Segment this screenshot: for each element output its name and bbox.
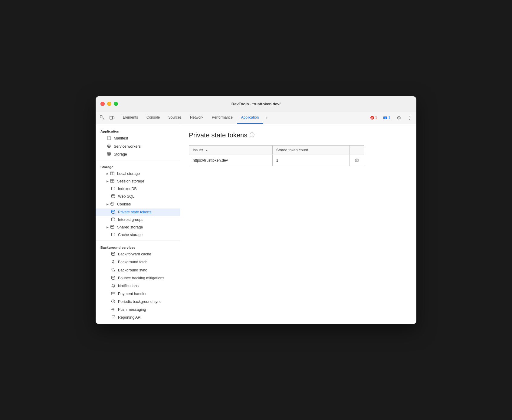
service-workers-icon xyxy=(107,144,111,149)
expand-cookies-icon: ▶ xyxy=(107,203,109,206)
title-bar: × − + DevTools - trusttoken.dev/ xyxy=(96,96,416,112)
cookies-label: Cookies xyxy=(117,202,131,206)
sidebar-item-background-fetch[interactable]: Background fetch xyxy=(96,258,180,266)
sidebar-item-session-storage[interactable]: ▶ Session storage xyxy=(96,178,180,185)
sidebar-item-interest-groups[interactable]: Interest groups xyxy=(96,216,180,224)
sidebar-item-periodic-background-sync[interactable]: Periodic background sync xyxy=(96,298,180,306)
svg-point-29 xyxy=(112,233,115,234)
svg-point-21 xyxy=(112,194,115,195)
column-issuer-label: Issuer xyxy=(193,148,203,152)
divider-2 xyxy=(96,241,180,241)
svg-point-24 xyxy=(113,203,113,204)
backforward-cache-icon xyxy=(111,252,116,257)
tab-sources[interactable]: Sources xyxy=(164,112,186,124)
backforward-cache-label: Back/forward cache xyxy=(118,252,151,256)
column-token-count-label: Stored token count xyxy=(276,148,308,152)
push-messaging-icon xyxy=(111,307,116,312)
session-storage-icon xyxy=(110,179,115,184)
column-header-actions xyxy=(350,145,364,155)
interest-groups-label: Interest groups xyxy=(118,218,143,222)
tab-elements[interactable]: Elements xyxy=(119,112,142,124)
sidebar-section-background: Background services xyxy=(96,243,180,251)
bounce-tracking-label: Bounce tracking mitigations xyxy=(118,276,164,280)
session-storage-label: Session storage xyxy=(117,179,144,183)
more-tabs-button[interactable]: » xyxy=(263,112,270,124)
sidebar-item-background-sync[interactable]: Background sync xyxy=(96,266,180,274)
maximize-button[interactable]: + xyxy=(114,102,118,106)
delete-cell xyxy=(350,155,364,166)
sidebar-item-service-workers[interactable]: Service workers xyxy=(96,143,180,151)
storage-app-label: Storage xyxy=(114,152,127,156)
svg-rect-2 xyxy=(113,117,114,119)
sidebar-section-application: Application xyxy=(96,126,180,134)
private-state-tokens-icon xyxy=(111,210,116,215)
table-row: https://trusttoken.dev 1 xyxy=(189,155,364,166)
notifications-label: Notifications xyxy=(118,284,139,288)
tab-bar-right: ✕ 1 ≡ 1 ⚙ ⋮ xyxy=(368,113,414,122)
error-count: 1 xyxy=(375,116,377,120)
sidebar-item-websql[interactable]: Web SQL xyxy=(96,193,180,200)
sidebar-item-reporting-api[interactable]: Reporting API xyxy=(96,313,180,322)
sidebar-item-storage-app[interactable]: Storage xyxy=(96,151,180,158)
page-title: Private state tokens xyxy=(189,131,247,139)
sidebar-item-cache-storage[interactable]: Cache storage xyxy=(96,231,180,239)
issuer-cell: https://trusttoken.dev xyxy=(189,155,273,166)
tab-icons xyxy=(98,113,116,122)
reporting-api-label: Reporting API xyxy=(118,315,141,320)
sidebar-item-bounce-tracking[interactable]: Bounce tracking mitigations xyxy=(96,274,180,282)
payment-handler-icon xyxy=(111,292,116,296)
info-icon[interactable]: ⓘ xyxy=(250,132,254,138)
storage-app-icon xyxy=(107,152,111,157)
shared-storage-label: Shared storage xyxy=(117,225,143,229)
device-icon[interactable] xyxy=(108,113,116,122)
sidebar-item-cookies[interactable]: ▶ Cookies xyxy=(96,200,180,208)
svg-text:✕: ✕ xyxy=(371,116,373,120)
delete-row-button[interactable] xyxy=(353,157,360,163)
file-icon xyxy=(107,136,111,141)
settings-button[interactable]: ⚙ xyxy=(395,113,403,122)
local-storage-icon xyxy=(110,172,115,176)
sidebar-item-shared-storage[interactable]: ▶ Shared storage xyxy=(96,224,180,231)
tab-application[interactable]: Application xyxy=(237,112,263,124)
sidebar-item-manifest[interactable]: Manifest xyxy=(96,134,180,143)
error-badge[interactable]: ✕ 1 xyxy=(368,115,379,121)
svg-point-8 xyxy=(108,146,110,147)
sidebar-item-private-state-tokens[interactable]: Private state tokens xyxy=(96,208,180,216)
tab-network[interactable]: Network xyxy=(186,112,208,124)
column-header-issuer[interactable]: Issuer ▲ xyxy=(189,145,273,155)
tab-performance[interactable]: Performance xyxy=(208,112,237,124)
push-messaging-label: Push messaging xyxy=(118,307,146,312)
info-badge[interactable]: ≡ 1 xyxy=(381,115,392,121)
sidebar-item-push-messaging[interactable]: Push messaging xyxy=(96,306,180,313)
sidebar-item-notifications[interactable]: Notifications xyxy=(96,282,180,290)
info-count: 1 xyxy=(388,116,390,120)
traffic-lights: × − + xyxy=(100,102,118,106)
payment-handler-label: Payment handler xyxy=(118,292,147,296)
periodic-background-sync-label: Periodic background sync xyxy=(118,300,161,304)
minimize-button[interactable]: − xyxy=(107,102,111,106)
tab-bar: Elements Console Sources Network Perform… xyxy=(96,112,416,124)
indexeddb-icon xyxy=(111,187,116,191)
svg-point-26 xyxy=(112,210,115,211)
cache-storage-label: Cache storage xyxy=(118,233,143,237)
notifications-icon xyxy=(111,284,116,289)
svg-point-23 xyxy=(111,203,112,204)
svg-point-27 xyxy=(112,218,115,219)
sidebar-item-local-storage[interactable]: ▶ Local storage xyxy=(96,170,180,178)
svg-point-35 xyxy=(113,310,113,311)
sort-arrow-icon: ▲ xyxy=(205,149,208,152)
manifest-label: Manifest xyxy=(114,136,128,140)
inspect-icon[interactable] xyxy=(98,113,107,122)
sidebar-item-payment-handler[interactable]: Payment handler xyxy=(96,290,180,298)
content-area: Private state tokens ⓘ Issuer ▲ Stored t… xyxy=(180,124,416,324)
sidebar-item-indexeddb[interactable]: IndexedDB xyxy=(96,185,180,193)
sidebar-item-backforward-cache[interactable]: Back/forward cache xyxy=(96,251,180,258)
expand-local-storage-icon: ▶ xyxy=(107,172,109,175)
svg-point-20 xyxy=(112,187,115,188)
svg-text:≡: ≡ xyxy=(385,117,386,120)
close-button[interactable]: × xyxy=(100,102,105,106)
tab-console[interactable]: Console xyxy=(142,112,164,124)
more-options-button[interactable]: ⋮ xyxy=(405,113,414,122)
svg-rect-38 xyxy=(355,159,358,162)
reporting-api-icon xyxy=(111,315,116,320)
